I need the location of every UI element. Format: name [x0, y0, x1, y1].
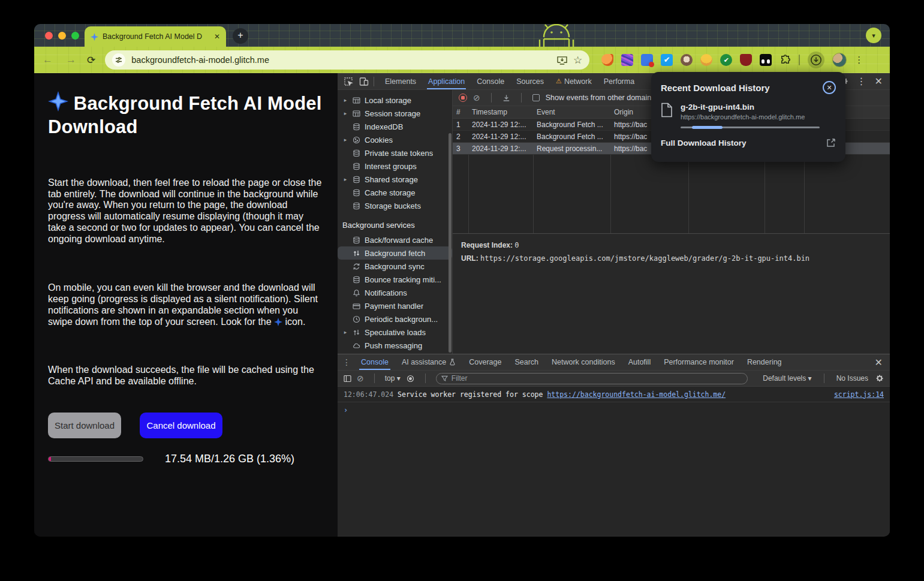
install-page-icon[interactable]	[557, 56, 567, 65]
sidebar-item-payment-handler[interactable]: Payment handler	[338, 299, 452, 312]
application-sidebar: ▸Local storage ▸Session storage IndexedD…	[338, 90, 453, 354]
save-events-icon[interactable]	[502, 94, 510, 102]
tab-application[interactable]: Application	[422, 73, 471, 89]
extension-eyes-icon[interactable]	[760, 54, 772, 66]
download-progress-bar	[48, 456, 143, 462]
start-download-button[interactable]: Start download	[48, 413, 121, 438]
sidebar-scrollbar[interactable]	[449, 133, 452, 353]
console-sidebar-toggle-icon[interactable]	[344, 375, 351, 383]
sidebar-item-periodic-background-sync[interactable]: Periodic backgroun...	[338, 312, 452, 326]
minimize-window-button[interactable]	[58, 32, 66, 40]
sidebar-item-push-messaging[interactable]: Push messaging	[338, 339, 452, 352]
bookmark-star-icon[interactable]: ☆	[573, 54, 582, 67]
full-download-history-link[interactable]: Full Download History	[661, 139, 747, 147]
forward-icon[interactable]: →	[66, 54, 76, 66]
sidebar-item-background-sync[interactable]: Background sync	[338, 260, 452, 273]
sidebar-item-interest-groups[interactable]: Interest groups	[338, 159, 452, 173]
show-events-checkbox-label[interactable]: Show events from other domains	[546, 94, 655, 102]
console-drawer: ⋮ Console AI assistance Coverage Search …	[338, 354, 890, 535]
show-events-checkbox[interactable]	[532, 94, 540, 101]
popup-progress-fill	[692, 126, 723, 129]
download-file-name: g-2b-it-gpu-int4.bin	[681, 103, 820, 112]
drawer-tab-search[interactable]: Search	[508, 354, 545, 370]
address-bar[interactable]: backgroundfetch-ai-model.glitch.me ☆	[105, 50, 589, 70]
sidebar-item-cache-storage[interactable]: Cache storage	[338, 186, 452, 199]
sidebar-item-cookies[interactable]: ▸Cookies	[338, 133, 452, 146]
sidebar-item-speculative-loads[interactable]: ▸Speculative loads	[338, 326, 452, 339]
device-toolbar-icon[interactable]	[359, 77, 369, 86]
issues-counter[interactable]: No Issues	[836, 374, 868, 383]
extension-key-icon[interactable]	[641, 54, 653, 66]
sidebar-item-background-fetch[interactable]: Background fetch	[338, 246, 452, 260]
site-settings-tune-icon[interactable]	[112, 53, 125, 67]
tab-console[interactable]: Console	[471, 73, 510, 89]
sidebar-item-notifications[interactable]: Notifications	[338, 286, 452, 299]
extension-shield-icon[interactable]	[740, 54, 752, 66]
extension-check-icon[interactable]: ✔	[661, 54, 673, 66]
drawer-menu-kebab-icon[interactable]: ⋮	[342, 357, 351, 367]
sidebar-item-session-storage[interactable]: ▸Session storage	[338, 107, 452, 120]
tab-elements[interactable]: Elements	[379, 73, 422, 89]
console-prompt-chevron[interactable]: ›	[338, 402, 890, 414]
log-levels-dropdown[interactable]: Default levels ▾	[763, 374, 811, 383]
drawer-tab-coverage[interactable]: Coverage	[462, 354, 508, 370]
extension-worker-icon[interactable]	[700, 54, 712, 66]
sidebar-item-private-state-tokens[interactable]: Private state tokens	[338, 146, 452, 159]
android-theme-art	[537, 24, 576, 48]
tab-search-button[interactable]: ▾	[866, 28, 881, 43]
log-source-link[interactable]: script.js:14	[834, 390, 884, 399]
tab-sources[interactable]: Sources	[510, 73, 550, 89]
drawer-tab-console[interactable]: Console	[354, 354, 395, 370]
clear-events-icon[interactable]: ⊘	[473, 93, 480, 103]
extension-monkey-icon[interactable]	[681, 54, 693, 66]
profile-avatar[interactable]	[832, 53, 847, 67]
drawer-tab-autofill[interactable]: Autofill	[622, 354, 658, 370]
drawer-close-icon[interactable]: ✕	[875, 357, 890, 368]
popup-close-icon[interactable]: ✕	[823, 81, 836, 94]
downloads-button[interactable]	[808, 52, 824, 68]
new-tab-button[interactable]: +	[233, 28, 248, 44]
request-index-value: 0	[514, 241, 519, 249]
extensions-puzzle-icon[interactable]	[779, 55, 791, 66]
context-selector[interactable]: top ▾	[385, 374, 401, 383]
drawer-tab-rendering[interactable]: Rendering	[741, 354, 788, 370]
funnel-icon	[441, 375, 448, 382]
external-link-icon[interactable]	[826, 138, 836, 147]
record-stop-icon[interactable]	[459, 94, 467, 102]
drawer-tab-network-conditions[interactable]: Network conditions	[545, 354, 622, 370]
tab-network[interactable]: ⚠Network	[550, 73, 598, 89]
tab-close-icon[interactable]: ✕	[214, 32, 220, 41]
extension-fox-icon[interactable]	[601, 54, 613, 66]
request-url-label: URL:	[461, 254, 478, 263]
zoom-window-button[interactable]	[71, 32, 79, 40]
cancel-download-button[interactable]: Cancel download	[140, 413, 222, 438]
clear-console-icon[interactable]: ⊘	[357, 374, 364, 383]
download-item[interactable]: g-2b-it-gpu-int4.bin https://backgroundf…	[661, 103, 836, 128]
tab-performance[interactable]: Performa	[598, 73, 640, 89]
sidebar-item-storage-buckets[interactable]: Storage buckets	[338, 199, 452, 212]
browser-tab[interactable]: Background Fetch AI Model D ✕	[85, 26, 226, 47]
close-window-button[interactable]	[45, 32, 53, 40]
inline-sparkle-icon	[274, 318, 282, 326]
live-expression-eye-icon[interactable]	[406, 375, 415, 383]
url-text[interactable]: backgroundfetch-ai-model.glitch.me	[131, 55, 551, 65]
devtools-menu-kebab-icon[interactable]: ⋮	[857, 76, 866, 87]
sidebar-item-local-storage[interactable]: ▸Local storage	[338, 94, 452, 107]
sidebar-item-shared-storage[interactable]: ▸Shared storage	[338, 173, 452, 186]
reload-icon[interactable]: ⟳	[87, 54, 95, 67]
back-icon[interactable]: ←	[43, 54, 53, 66]
devtools-close-icon[interactable]: ✕	[875, 76, 883, 87]
browser-menu-icon[interactable]: ⋮	[854, 55, 864, 65]
sidebar-item-indexeddb[interactable]: IndexedDB	[338, 120, 452, 133]
console-filter-input[interactable]: Filter	[436, 373, 748, 384]
inspect-element-icon[interactable]	[344, 77, 353, 86]
sidebar-item-bounce-tracking[interactable]: Bounce tracking miti...	[338, 273, 452, 286]
console-settings-gear-icon[interactable]	[875, 374, 884, 383]
extension-green-check-icon[interactable]: ✔	[720, 54, 732, 66]
drawer-tab-ai-assistance[interactable]: AI assistance	[395, 354, 462, 370]
extension-layers-icon[interactable]	[621, 54, 633, 66]
log-scope-link[interactable]: https://backgroundfetch-ai-model.glitch.…	[547, 390, 726, 399]
drawer-tab-performance-monitor[interactable]: Performance monitor	[657, 354, 741, 370]
sidebar-item-back-forward-cache[interactable]: Back/forward cache	[338, 233, 452, 246]
request-details: Request Index: 0 URL: https://storage.go…	[453, 234, 890, 353]
